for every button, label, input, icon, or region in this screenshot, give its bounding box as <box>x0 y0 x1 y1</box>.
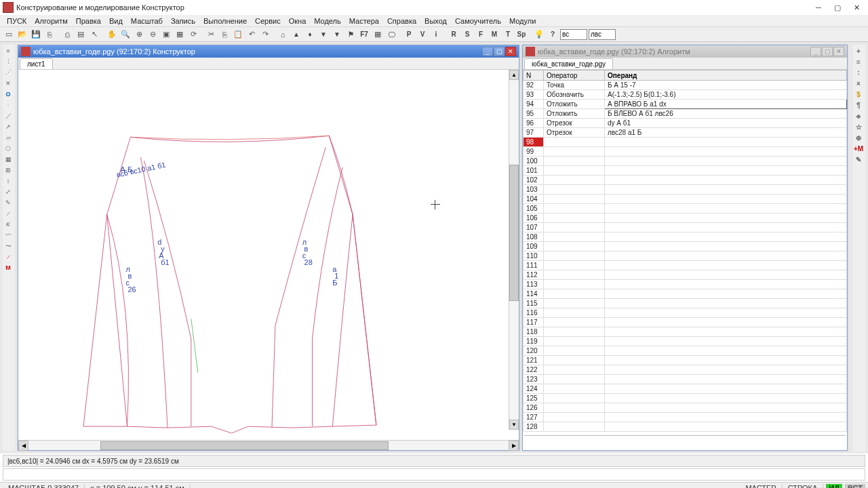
ltool-icon[interactable]: 〰 <box>3 230 14 240</box>
table-row[interactable]: 116 <box>524 308 847 318</box>
panel-header[interactable]: юбка_вставки_годе.pgy (92:170:2) Алгорит… <box>523 45 847 58</box>
f-button[interactable]: F <box>475 28 487 41</box>
table-row[interactable]: 125 <box>524 394 847 403</box>
minimize-button[interactable]: ─ <box>810 1 827 14</box>
rtool-icon[interactable]: ☆ <box>853 122 864 131</box>
open-icon[interactable]: 📂 <box>16 28 28 41</box>
table-row[interactable]: 105 <box>524 204 847 214</box>
ltool-icon[interactable]: ⟋ <box>3 209 14 218</box>
s-button[interactable]: S <box>461 28 473 41</box>
table-row[interactable]: 102 <box>524 176 847 185</box>
tri-down-icon[interactable]: ▼ <box>317 28 330 41</box>
print-icon[interactable]: ⎙ <box>61 28 73 41</box>
panel-close-icon[interactable]: ✕ <box>505 47 516 56</box>
ltool-icon[interactable]: ／ <box>3 111 14 121</box>
table-row[interactable]: 118 <box>524 327 847 337</box>
panel-max-icon[interactable]: ▢ <box>494 47 505 56</box>
table-row[interactable]: 95ОтложитьБ ВЛЕВО А б1 лвс26 <box>524 109 847 119</box>
tree-icon[interactable]: ♦ <box>304 28 316 41</box>
table-row[interactable]: 121 <box>524 356 847 365</box>
table-row[interactable]: 99 <box>524 147 847 157</box>
ltool-icon[interactable]: ⋮ <box>3 57 14 66</box>
table-row[interactable]: 113 <box>524 280 847 289</box>
table-row[interactable]: 97Отрезоклвс28 а1 Б <box>524 128 847 138</box>
table-row[interactable]: 107 <box>524 223 847 232</box>
rtool-icon[interactable]: ⊕ <box>853 133 864 142</box>
table-row[interactable]: 111 <box>524 261 847 270</box>
hand-icon[interactable]: ✋ <box>106 28 118 41</box>
table-row[interactable]: 120 <box>524 346 847 356</box>
zoom-icon[interactable]: 🔍 <box>119 28 132 41</box>
table-row[interactable]: 128 <box>524 422 847 432</box>
menu-item[interactable]: Запись <box>167 17 199 25</box>
v-button[interactable]: V <box>416 28 429 41</box>
menu-item[interactable]: ПУСК <box>3 17 31 25</box>
new-icon[interactable]: ▭ <box>3 28 15 41</box>
copy-icon[interactable]: ⎘ <box>218 28 231 41</box>
zoomout-icon[interactable]: ⊖ <box>146 28 159 41</box>
panel-close-icon[interactable]: ✕ <box>833 47 844 56</box>
col-n[interactable]: N <box>524 70 544 81</box>
cut-icon[interactable]: ✂ <box>205 28 217 41</box>
tri-dn2-icon[interactable]: ▼ <box>331 28 343 41</box>
ltool-icon[interactable]: K <box>3 220 14 229</box>
table-row[interactable]: 98 <box>524 138 847 147</box>
ltool-icon[interactable]: 〜 <box>3 241 14 251</box>
ltool-icon[interactable]: ▦ <box>3 155 14 164</box>
ltool-icon[interactable]: ⤢ <box>3 187 14 197</box>
menu-item[interactable]: Модули <box>505 17 540 25</box>
table-row[interactable]: 110 <box>524 251 847 261</box>
menu-item[interactable]: Модель <box>310 17 344 25</box>
table-row[interactable]: 92ТочкаБ А 15 -7 <box>524 81 847 90</box>
table-row[interactable]: 108 <box>524 232 847 242</box>
maximize-button[interactable]: ▢ <box>829 1 846 14</box>
table-row[interactable]: 93ОбозначитьА(-1.3;-2.5) Б(0.1;-3.6) <box>524 90 847 100</box>
algorithm-grid[interactable]: N Оператор Операнд 92ТочкаБ А 15 -793Обо… <box>523 70 847 434</box>
menu-item[interactable]: Правка <box>72 17 105 25</box>
tri-up-icon[interactable]: ▲ <box>290 28 302 41</box>
sheet-tab[interactable]: лист1 <box>20 58 53 69</box>
var2-input[interactable] <box>589 29 616 40</box>
table-row[interactable]: 101 <box>524 166 847 176</box>
table-row[interactable]: 117 <box>524 318 847 327</box>
ltool-icon[interactable]: ↕ <box>3 176 14 186</box>
f7-button[interactable]: F7 <box>358 28 370 41</box>
var1-input[interactable] <box>560 29 587 40</box>
vscrollbar[interactable]: ▲▼ <box>509 70 519 430</box>
zoomin-icon[interactable]: ⊕ <box>133 28 145 41</box>
ltool-icon[interactable]: · <box>3 100 14 110</box>
r-button[interactable]: R <box>448 28 460 41</box>
ltool-icon[interactable]: ⊞ <box>3 165 14 175</box>
pointer-icon[interactable]: ↖ <box>88 28 100 41</box>
table-row[interactable]: 104 <box>524 195 847 204</box>
table-row[interactable]: 127 <box>524 413 847 422</box>
t-button[interactable]: T <box>502 28 514 41</box>
table-row[interactable]: 106 <box>524 214 847 223</box>
zoomfit-icon[interactable]: ▦ <box>174 28 186 41</box>
panel-min-icon[interactable]: _ <box>810 47 821 56</box>
ltool-icon[interactable]: ⬡ <box>3 144 14 153</box>
ltool-icon[interactable]: ≡ <box>3 46 14 56</box>
ltool-icon[interactable]: ⋰ <box>3 68 14 77</box>
menu-item[interactable]: Выход <box>420 17 451 25</box>
menu-item[interactable]: Выполнение <box>199 17 251 25</box>
menu-item[interactable]: Масштаб <box>127 17 167 25</box>
ltool-icon[interactable]: ▱ <box>3 133 14 142</box>
rtool-icon[interactable]: ⎆ <box>853 111 864 121</box>
saveall-icon[interactable]: ⎘ <box>43 28 56 41</box>
table-row[interactable]: 109 <box>524 242 847 251</box>
menu-item[interactable]: Мастера <box>345 17 383 25</box>
ltool-icon[interactable]: ✕ <box>3 79 14 88</box>
sp-button[interactable]: Sp <box>515 28 528 41</box>
screen-icon[interactable]: 🖵 <box>385 28 397 41</box>
command-input[interactable] <box>3 468 865 481</box>
grid-input[interactable] <box>524 435 846 449</box>
table-row[interactable]: 100 <box>524 157 847 166</box>
help-icon[interactable]: 💡 <box>533 28 545 41</box>
col-operand[interactable]: Операнд <box>605 70 847 81</box>
i-button[interactable]: i <box>430 28 442 41</box>
hscrollbar[interactable]: ◀▶ <box>18 440 519 450</box>
rtool-icon[interactable]: $ <box>853 89 864 99</box>
panel-header[interactable]: юбка_вставки_годе.pgy (92:170:2) Констру… <box>18 45 519 58</box>
rtool-icon[interactable]: ✎ <box>853 155 864 164</box>
